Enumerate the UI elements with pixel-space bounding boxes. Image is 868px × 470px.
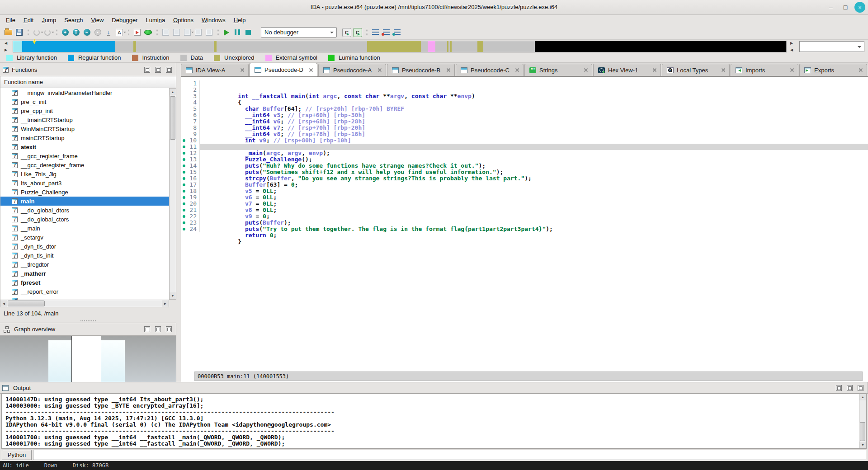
compile-script-icon[interactable]: C xyxy=(342,28,352,38)
code-line[interactable]: 20 v9 = 0; xyxy=(181,201,868,207)
view-tab[interactable]: Pseudocode-D xyxy=(250,63,317,76)
lumina-icon[interactable] xyxy=(143,28,153,38)
zoom-in-icon[interactable]: + xyxy=(60,28,70,38)
function-row[interactable]: __tlregdtor xyxy=(0,260,169,269)
panel-splitter[interactable] xyxy=(0,319,176,323)
view-tab[interactable]: Pseudocode-A xyxy=(318,64,386,76)
module-list-icon[interactable] xyxy=(370,28,380,38)
tab-close-icon[interactable] xyxy=(652,68,657,72)
jump-address-icon[interactable]: ↓ xyxy=(104,28,113,38)
scrollbar-thumb[interactable] xyxy=(860,422,865,441)
code-line[interactable]: 16 v5 = 0LL; xyxy=(181,175,868,182)
function-row[interactable]: Like_7his_Jig xyxy=(0,169,169,179)
font-size-icon[interactable]: T xyxy=(71,28,81,38)
tab-close-icon[interactable] xyxy=(515,68,519,72)
float-button[interactable] xyxy=(144,326,150,332)
code-line[interactable]: 24 } xyxy=(181,226,868,232)
code-line[interactable]: 10 _main(argc, argv, envp); xyxy=(181,137,868,144)
menu-file[interactable]: File xyxy=(2,16,19,24)
code-line[interactable]: 17 v6 = 0LL; xyxy=(181,182,868,188)
menu-windows[interactable]: Windows xyxy=(198,16,230,24)
function-row[interactable]: _dyn_tls_dtor xyxy=(0,242,169,251)
tab-close-icon[interactable] xyxy=(584,68,588,72)
navigation-band[interactable] xyxy=(13,41,787,52)
debugger-select[interactable]: No debugger xyxy=(261,27,337,38)
code-line[interactable]: 23 return 0; xyxy=(181,220,868,226)
function-row[interactable]: __do_global_ctors xyxy=(0,215,169,224)
list-watches-icon[interactable] xyxy=(392,28,402,38)
functions-list[interactable]: __mingw_invalidParameterHandler pre_c_in… xyxy=(0,88,169,300)
function-row[interactable]: atexit xyxy=(0,142,169,151)
tab-close-icon[interactable] xyxy=(240,68,245,72)
view-tab[interactable]: Local Types xyxy=(662,64,730,76)
tab-close-icon[interactable] xyxy=(721,68,726,72)
scroll-left-icon[interactable]: ◀ xyxy=(0,300,7,307)
snapshot-icon[interactable] xyxy=(204,28,214,38)
navband-segment[interactable] xyxy=(367,41,421,52)
run-until-icon[interactable]: C xyxy=(353,28,363,38)
watch-icon[interactable] xyxy=(182,28,192,38)
start-process-icon[interactable] xyxy=(222,28,231,38)
navband-segment[interactable] xyxy=(13,41,22,52)
code-line[interactable]: 8 int v9; // [rsp+80h] [rbp-10h] xyxy=(181,125,868,131)
run-script-icon[interactable] xyxy=(132,28,142,38)
code-line[interactable]: 12 puts("Huh? Why do some functions have… xyxy=(181,150,868,156)
navband-segment[interactable] xyxy=(535,41,787,52)
code-line[interactable]: 9 xyxy=(181,131,868,137)
code-line[interactable]: 22 puts("Try to put them together. The f… xyxy=(181,213,868,220)
restore-button[interactable] xyxy=(847,385,853,391)
function-row[interactable]: WinMainCRTStartup xyxy=(0,124,169,133)
function-row[interactable]: __main xyxy=(0,224,169,233)
tab-close-icon[interactable] xyxy=(309,68,313,72)
function-row[interactable]: __tmainCRTStartup xyxy=(0,115,169,124)
navband-segment[interactable] xyxy=(133,41,136,52)
function-row[interactable]: main xyxy=(0,197,169,206)
maximize-button[interactable]: □ xyxy=(840,2,851,13)
rename-icon[interactable]: A xyxy=(114,28,124,38)
view-tab[interactable]: Strings xyxy=(524,64,592,76)
menu-debugger[interactable]: Debugger xyxy=(108,16,142,24)
debug-windows-icon[interactable] xyxy=(160,28,170,38)
navband-segment[interactable] xyxy=(447,41,448,52)
menu-view[interactable]: View xyxy=(87,16,108,24)
view-tab[interactable]: Pseudocode-B xyxy=(387,64,455,76)
function-row[interactable]: fpreset xyxy=(0,278,169,287)
menu-search[interactable]: Search xyxy=(60,16,87,24)
stop-process-icon[interactable] xyxy=(243,28,253,38)
close-button[interactable] xyxy=(166,67,172,73)
view-tab[interactable]: IDA View-A xyxy=(181,64,249,76)
output-log[interactable]: 14000147D: using guessed type __int64 It… xyxy=(1,394,867,449)
code-line[interactable]: 11 Puzzle_Challenge(); xyxy=(181,144,868,150)
scroll-up-icon[interactable]: ▲ xyxy=(170,89,176,95)
tab-close-icon[interactable] xyxy=(446,68,451,72)
python-input[interactable] xyxy=(33,450,866,460)
menu-jump[interactable]: Jump xyxy=(38,16,60,24)
graph-overview-canvas[interactable] xyxy=(0,336,176,382)
menu-lumina[interactable]: Lumina xyxy=(142,16,169,24)
function-row[interactable]: _setargv xyxy=(0,233,169,242)
code-line[interactable]: 18 v7 = 0LL; xyxy=(181,188,868,194)
code-line[interactable]: 15 Buffer[63] = 0; xyxy=(181,169,868,175)
functions-horizontal-scrollbar[interactable]: ◀ ▶ xyxy=(0,300,169,307)
navband-segment[interactable] xyxy=(214,41,217,52)
open-file-icon[interactable] xyxy=(3,28,13,38)
scroll-left-icon[interactable]: ◀ xyxy=(788,47,795,52)
save-file-icon[interactable] xyxy=(14,28,24,38)
view-tab[interactable]: Pseudocode-C xyxy=(456,64,524,76)
function-row[interactable]: Puzzle_Challenge xyxy=(0,188,169,197)
scrollbar-thumb[interactable] xyxy=(8,301,45,306)
scrollbar-thumb[interactable] xyxy=(170,96,175,140)
code-line[interactable]: 6 __int64 v7; // [rsp+70h] [rbp-20h] xyxy=(181,112,868,118)
function-row[interactable]: __gcc_register_frame xyxy=(0,151,169,160)
scroll-right-icon[interactable]: ▶ xyxy=(162,300,169,307)
close-button[interactable]: × xyxy=(854,2,865,13)
zoom-out-icon[interactable]: − xyxy=(82,28,92,38)
code-line[interactable]: 4 __int64 v5; // [rsp+60h] [rbp-30h] xyxy=(181,99,868,106)
code-line[interactable]: 3 char Buffer[64]; // [rsp+20h] [rbp-70h… xyxy=(181,93,868,99)
functions-vertical-scrollbar[interactable]: ▲ ▼ xyxy=(169,88,176,300)
restore-button[interactable] xyxy=(155,67,161,73)
function-row[interactable]: __report_error xyxy=(0,287,169,296)
navband-address-select[interactable] xyxy=(799,41,864,52)
graph-view-frame[interactable] xyxy=(71,336,101,382)
code-line[interactable]: 13 puts("Sometimes shift+f12 and x will … xyxy=(181,156,868,163)
